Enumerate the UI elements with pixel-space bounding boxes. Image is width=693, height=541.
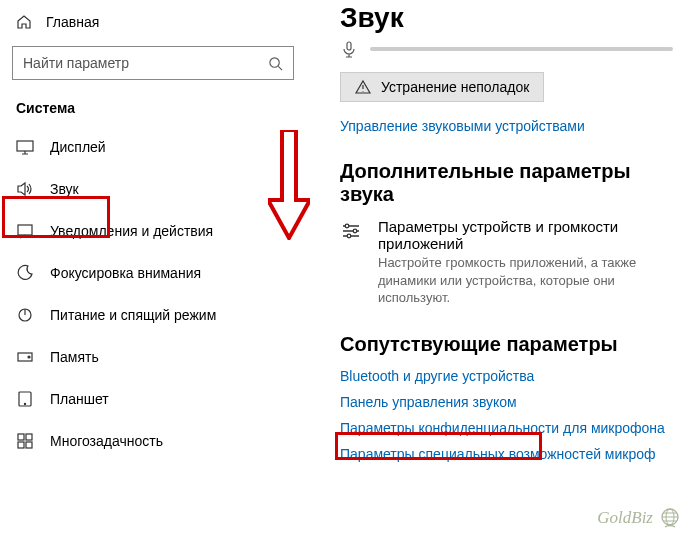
home-label: Главная (46, 14, 99, 30)
sidebar-item-focus[interactable]: Фокусировка внимания (0, 252, 310, 294)
warning-icon (355, 79, 371, 95)
search-placeholder: Найти параметр (23, 55, 268, 71)
app-volume-title: Параметры устройств и громкости приложен… (378, 218, 673, 252)
svg-point-15 (347, 234, 351, 238)
svg-rect-1 (17, 141, 33, 151)
svg-rect-10 (18, 442, 24, 448)
tablet-icon (16, 390, 34, 408)
sidebar-item-label: Многозадачность (50, 433, 163, 449)
search-input[interactable]: Найти параметр (12, 46, 294, 80)
svg-rect-11 (26, 442, 32, 448)
sidebar-item-power[interactable]: Питание и спящий режим (0, 294, 310, 336)
notifications-icon (16, 222, 34, 240)
home-icon (16, 14, 32, 30)
svg-point-14 (353, 229, 357, 233)
sidebar-item-tablet[interactable]: Планшет (0, 378, 310, 420)
sidebar-item-label: Питание и спящий режим (50, 307, 216, 323)
advanced-section-title: Дополнительные параметры звука (340, 160, 673, 206)
related-section-title: Сопутствующие параметры (340, 333, 673, 356)
related-mic-privacy-link[interactable]: Параметры конфиденциальности для микрофо… (340, 420, 673, 436)
related-sound-panel-link[interactable]: Панель управления звуком (340, 394, 673, 410)
sliders-icon (340, 220, 362, 242)
page-title: Звук (340, 2, 673, 34)
svg-point-7 (24, 403, 25, 404)
sidebar-item-storage[interactable]: Память (0, 336, 310, 378)
sidebar-item-notifications[interactable]: Уведомления и действия (0, 210, 310, 252)
focus-icon (16, 264, 34, 282)
troubleshoot-button[interactable]: Устранение неполадок (340, 72, 544, 102)
power-icon (16, 306, 34, 324)
sidebar-item-sound[interactable]: Звук (0, 168, 310, 210)
related-mic-accessibility-link[interactable]: Параметры специальных возможностей микро… (340, 446, 673, 462)
sidebar-item-label: Уведомления и действия (50, 223, 213, 239)
app-volume-desc: Настройте громкость приложений, а также … (378, 254, 673, 307)
volume-slider-row (340, 40, 673, 58)
troubleshoot-label: Устранение неполадок (381, 79, 529, 95)
home-link[interactable]: Главная (0, 8, 310, 36)
svg-rect-8 (18, 434, 24, 440)
svg-rect-2 (18, 225, 32, 235)
category-label: Система (0, 84, 310, 126)
microphone-icon (340, 40, 358, 58)
multitask-icon (16, 432, 34, 450)
search-icon (268, 56, 283, 71)
svg-rect-12 (347, 42, 351, 50)
svg-point-5 (28, 356, 30, 358)
svg-point-0 (270, 57, 279, 66)
sidebar-item-label: Дисплей (50, 139, 106, 155)
sidebar-item-label: Память (50, 349, 99, 365)
app-volume-setting[interactable]: Параметры устройств и громкости приложен… (340, 218, 673, 307)
display-icon (16, 138, 34, 156)
sidebar-item-label: Звук (50, 181, 79, 197)
storage-icon (16, 348, 34, 366)
manage-devices-link[interactable]: Управление звуковыми устройствами (340, 118, 673, 134)
sidebar-item-multitask[interactable]: Многозадачность (0, 420, 310, 462)
sidebar-item-label: Планшет (50, 391, 109, 407)
sidebar-item-label: Фокусировка внимания (50, 265, 201, 281)
related-bluetooth-link[interactable]: Bluetooth и другие устройства (340, 368, 673, 384)
sidebar-item-display[interactable]: Дисплей (0, 126, 310, 168)
sound-icon (16, 180, 34, 198)
volume-slider[interactable] (370, 47, 673, 51)
svg-rect-9 (26, 434, 32, 440)
svg-point-13 (345, 224, 349, 228)
